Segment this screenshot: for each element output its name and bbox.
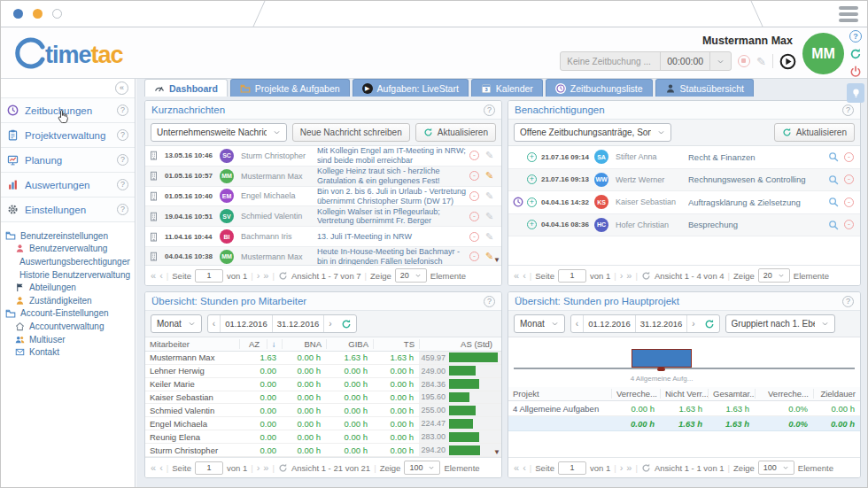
table-row[interactable]: Keiler Marie0.000.00 h0.00 h0.00 h284.36 [145,378,501,391]
refresh-button[interactable]: Aktualisieren [415,123,496,142]
inspect-icon[interactable] [828,197,841,207]
notification-row[interactable]: + 04.04.16 08:36 HC Hofer Christian Besp… [508,214,860,237]
refresh-icon[interactable] [641,463,651,473]
help-icon[interactable]: ? [117,105,128,116]
refresh-icon[interactable] [278,463,288,473]
help-icon[interactable]: ? [484,296,495,307]
delete-message-icon[interactable]: - [469,171,479,181]
next-period-icon[interactable]: › [324,319,336,329]
column-header[interactable]: Nicht Verr... [660,389,708,399]
chart-bar[interactable] [632,349,692,368]
table-row[interactable]: Kaiser Sebastian0.000.00 h0.00 h0.00 h19… [145,391,501,405]
stop-tracking-icon[interactable] [738,55,750,67]
table-row[interactable]: Lehner Herwig0.000.00 h0.00 h0.00 h249.0… [145,365,501,378]
reject-icon[interactable]: - [844,220,854,229]
page-input[interactable] [195,269,223,283]
date-to-input[interactable]: 31.12.2016 [273,315,325,332]
delete-message-icon[interactable]: - [469,232,479,242]
table-row[interactable]: Engel Michaela0.000.00 h0.00 h0.00 h224.… [145,417,501,430]
column-header[interactable]: Mitarbeiter [145,339,239,349]
edit-message-icon[interactable]: ✎ [485,190,498,202]
column-header[interactable]: Projekt [508,389,611,399]
date-from-input[interactable]: 01.12.2016 [583,315,636,332]
tab-projekte-aufgaben[interactable]: Projekte & Aufgaben [230,79,350,97]
page-input[interactable] [558,269,586,283]
help-icon[interactable]: ? [117,154,128,166]
table-row[interactable]: 4 Allgemeine Aufgaben0.00 h1.63 h1.63 h0… [508,401,860,416]
message-row[interactable]: 01.05.16 10:40 EM Engel Michaela Bin von… [145,187,501,207]
logout-power-icon[interactable] [849,66,862,78]
help-icon[interactable]: ? [117,204,128,215]
tree-item-abteilungen[interactable]: Abteilungen [5,281,130,294]
hamburger-menu-icon[interactable] [839,6,858,22]
next-page-icon[interactable]: › [257,462,260,473]
start-tracking-play-icon[interactable] [779,53,796,70]
inspect-icon[interactable] [828,174,841,185]
notification-row[interactable]: + 04.04.16 14:32 KS Kaiser Sebastian Auf… [508,191,860,214]
first-page-icon[interactable]: « [151,462,156,473]
period-select[interactable]: Monat [514,314,565,333]
edit-message-icon[interactable]: ✎ [485,211,498,222]
page-size-select[interactable]: 20 [395,268,427,283]
tree-item-benutzereinstellungen[interactable]: Benutzereinstellungen [5,229,130,243]
user-avatar[interactable]: MM [802,33,844,74]
message-row[interactable]: 13.05.16 10:46 SC Sturm Christopher Mit … [145,146,501,167]
table-row[interactable]: Sturm Christopher0.000.00 h0.00 h0.00 h2… [145,444,501,457]
message-row[interactable]: 19.04.16 10:51 SV Schmied Valentin Kolle… [145,206,501,227]
sidebar-item-planung[interactable]: Planung ? [1,147,135,172]
idea-lightbulb-button[interactable] [847,83,864,103]
inspect-icon[interactable] [828,220,841,230]
help-icon[interactable]: ? [117,129,128,141]
page-size-select[interactable]: 100 [404,461,440,475]
refresh-icon[interactable] [337,319,356,329]
delete-message-icon[interactable]: - [469,212,479,221]
reject-icon[interactable]: - [844,174,854,184]
prev-period-icon[interactable]: ‹ [208,319,220,329]
edit-message-icon[interactable]: ✎ [485,231,498,243]
refresh-icon[interactable] [700,319,719,329]
prev-page-icon[interactable]: ‹ [159,270,163,281]
sidebar-collapse-icon[interactable]: « [115,81,128,95]
page-input[interactable] [195,461,223,475]
prev-period-icon[interactable]: ‹ [571,319,583,329]
message-row[interactable]: 11.04.16 10:44 BI Bachmann Iris 13. Juli… [145,227,501,247]
next-page-icon[interactable]: › [257,270,260,281]
time-tracker-task-select[interactable]: Keine Zeitbuchung ... 00:00:00 [560,51,732,71]
tree-item-historie-benutzerverwaltung[interactable]: Historie Benutzerverwaltung [5,268,130,282]
sidebar-item-auswertungen[interactable]: Auswertungen ? [1,172,135,197]
tree-item-account-einstellungen[interactable]: Account-Einstellungen [5,307,130,321]
inspect-icon[interactable] [828,151,841,162]
refresh-icon[interactable] [278,271,288,281]
tree-item-accountverwaltung[interactable]: Accountverwaltung [5,320,130,333]
reject-icon[interactable]: - [844,198,854,207]
date-from-input[interactable]: 01.12.2016 [220,315,273,332]
sidebar-item-einstellungen[interactable]: Einstellungen ? [1,197,135,221]
tab-statusuebersicht[interactable]: Statusübersicht [655,79,754,97]
help-icon[interactable]: ? [842,296,854,307]
column-header[interactable]: Verreche... [755,389,813,399]
table-row[interactable]: Schmied Valentin0.000.00 h0.00 h0.00 h25… [145,404,501,417]
page-size-select[interactable]: 20 [758,268,790,283]
first-page-icon[interactable]: « [151,270,156,281]
prev-page-icon[interactable]: ‹ [523,462,526,473]
tab-dashboard[interactable]: Dashboard [144,79,228,97]
sidebar-item-projektverwaltung[interactable]: Projektverwaltung ? [1,122,135,147]
column-header[interactable]: Verreche... [611,389,660,399]
notification-row[interactable]: + 21.07.16 09:14 SA Stifter Anna Recht &… [508,146,860,169]
tree-item-multiuser[interactable]: Multiuser [5,333,130,346]
scroll-down-icon[interactable]: ▼ [493,257,500,264]
grouping-select[interactable]: Gruppiert nach 1. Ebe [725,314,835,333]
refresh-button[interactable]: Aktualisieren [774,123,855,142]
message-row[interactable]: 01.05.16 10:57 MM Mustermann Max Kollege… [145,167,501,187]
chevron-down-icon[interactable] [709,52,731,70]
new-message-button[interactable]: Neue Nachricht schreiben [292,123,410,142]
column-header[interactable]: AS (Std) [419,339,497,349]
tree-item-zustaendigkeiten[interactable]: Zuständigkeiten [5,294,130,307]
prev-page-icon[interactable]: ‹ [523,270,526,281]
approve-icon[interactable]: + [527,152,537,162]
last-page-icon[interactable]: » [626,270,632,281]
first-page-icon[interactable]: « [514,462,519,473]
first-page-icon[interactable]: « [514,270,519,281]
help-icon[interactable]: ? [842,105,854,116]
message-row[interactable]: 04.04.16 10:38 MM Mustermann Max Heute I… [145,247,501,265]
